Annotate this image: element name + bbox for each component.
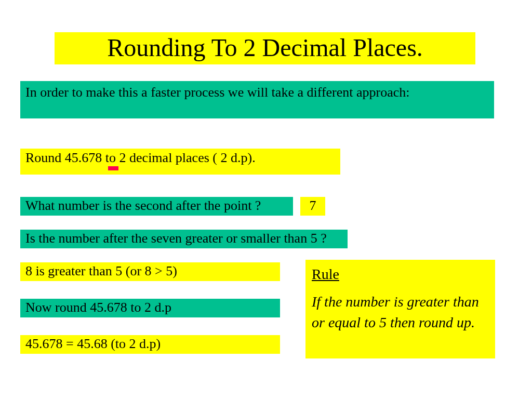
rounding-question: Round 45.678 to 2 decimal places ( 2 d.p… [20, 149, 340, 175]
slide-title: Rounding To 2 Decimal Places. [55, 32, 475, 64]
answer-2: 8 is greater than 5 (or 8 > 5) [20, 262, 280, 281]
answer-3: 45.678 = 45.68 (to 2 d.p) [20, 335, 280, 354]
rule-title: Rule [312, 264, 489, 285]
intro-text: In order to make this a faster process w… [20, 81, 494, 118]
answer-1: 7 [300, 197, 325, 216]
underline-mark [108, 166, 118, 170]
rule-body: If the number is greater than or equal t… [312, 294, 479, 331]
question-2: Is the number after the seven greater or… [20, 230, 348, 248]
question-3: Now round 45.678 to 2 d.p [20, 299, 280, 317]
question-1: What number is the second after the poin… [20, 197, 293, 216]
rule-box: Rule If the number is greater than or eq… [305, 260, 495, 358]
